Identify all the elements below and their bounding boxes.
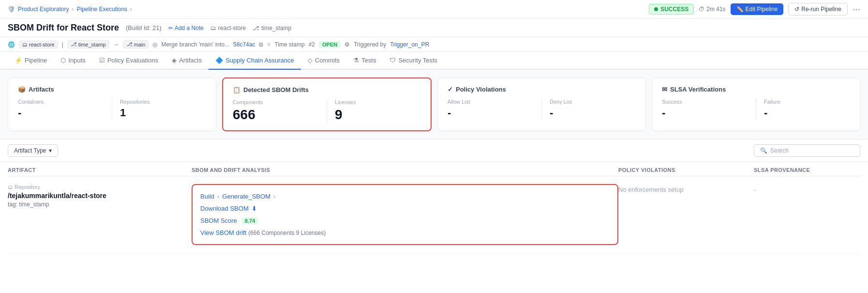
open-badge: OPEN: [319, 41, 341, 48]
link-chevron: ›: [217, 193, 219, 200]
pencil-icon: ✏: [168, 25, 173, 31]
branch-icon: ⎇: [253, 25, 259, 31]
artifact-cell: 🗂 Repository /tejakummarikuntla/react-st…: [8, 184, 192, 208]
col-sbom: SBOM AND DRIFT ANALYSIS: [192, 167, 618, 173]
tab-commits[interactable]: ◇ Commits: [301, 52, 346, 70]
rerun-pipeline-button[interactable]: ↺ Re-run Pipeline: [788, 3, 848, 15]
status-dot: [654, 7, 658, 11]
merge-connector-icon: ◎: [152, 41, 157, 48]
table-area: ARTIFACT SBOM AND DRIFT ANALYSIS POLICY …: [0, 162, 868, 261]
commits-icon: ◇: [308, 57, 313, 64]
summary-cards: 📦 Artifacts Containers - Repositories 1 …: [0, 70, 868, 139]
slsa-verifications-card: ✉ SLSA Verifications Success - Failure -: [652, 77, 860, 131]
slsa-title: ✉ SLSA Verifications: [662, 86, 850, 93]
tab-pipeline[interactable]: ⚡ Pipeline: [8, 52, 54, 70]
inputs-icon: ⬡: [60, 57, 66, 64]
tab-supply-chain-label: Supply Chain Assurance: [225, 57, 294, 64]
repo-icon: 🗂: [210, 25, 216, 31]
timestamp-meta: ⎇ time_stamp: [253, 25, 291, 31]
artifacts-metrics: Containers - Repositories 1: [18, 99, 206, 119]
status-badge: SUCCESS: [649, 4, 694, 15]
copy-icon: ⧉: [259, 41, 263, 48]
slsa-cell: -: [754, 184, 860, 193]
time-value: 2m 41s: [706, 6, 725, 13]
repo-cell-icon: 🗂: [8, 184, 13, 190]
branch-to-icon: ⎇: [126, 41, 133, 47]
nav-tabs: ⚡ Pipeline ⬡ Inputs ☑ Policy Evaluations…: [0, 52, 868, 70]
table-header: ARTIFACT SBOM AND DRIFT ANALYSIS POLICY …: [8, 162, 860, 176]
policy-violations-title: ✓ Policy Violations: [448, 86, 636, 93]
trigger-link[interactable]: Trigger_on_PR: [390, 41, 429, 48]
pipeline-icon: ⚡: [15, 57, 22, 64]
more-options-icon[interactable]: ⋯: [853, 5, 860, 14]
repo-tag: 🗂 react-store: [19, 41, 58, 48]
slsa-metrics: Success - Failure -: [662, 99, 850, 119]
slsa-failure-metric: Failure -: [764, 99, 850, 119]
slsa-icon: ✉: [662, 86, 667, 93]
commit-link[interactable]: 58c74ac: [233, 41, 255, 48]
search-box[interactable]: 🔍 Search: [754, 144, 860, 157]
sbom-score-row: SBOM Score 8.74: [200, 217, 610, 224]
col-slsa: SLSA PROVENANCE: [754, 167, 860, 173]
download-sbom-row: Download SBOM ⬇: [200, 205, 610, 212]
artifact-tag: tag: time_stamp: [8, 201, 192, 208]
deny-list-metric: Deny List -: [550, 99, 636, 119]
branch-bar: 🌐 🗂 react-store | ⎇ time_stamp → ⎇ main …: [0, 37, 868, 52]
security-icon: 🛡: [389, 57, 396, 64]
breadcrumb: 🛡️ Product Exploratory › Pipeline Execut…: [8, 6, 132, 13]
breadcrumb-sep1: ›: [72, 6, 74, 13]
slsa-success-metric: Success -: [662, 99, 756, 119]
tab-policy-evaluations[interactable]: ☑ Policy Evaluations: [92, 52, 165, 70]
filter-bar: Artifact Type ▾ 🔍 Search: [0, 139, 868, 162]
tab-tests-label: Tests: [361, 57, 376, 64]
tab-commits-label: Commits: [315, 57, 340, 64]
branch-from-icon: ⎇: [71, 41, 77, 47]
repo-tag-icon: 🗂: [22, 42, 28, 47]
tab-artifacts[interactable]: ◈ Artifacts: [165, 52, 209, 70]
table-row: 🗂 Repository /tejakummarikuntla/react-st…: [8, 176, 860, 253]
view-sbom-drift-link[interactable]: View SBOM drift: [200, 229, 246, 236]
artifact-type-label: 🗂 Repository: [8, 184, 192, 190]
view-sbom-drift-row: View SBOM drift (666 Components 9 Licens…: [200, 229, 610, 236]
tab-security-tests[interactable]: 🛡 Security Tests: [383, 52, 444, 70]
policy-violations-metrics: Allow List - Deny List -: [448, 99, 636, 119]
containers-metric: Containers -: [18, 99, 112, 119]
tab-pipeline-label: Pipeline: [25, 57, 47, 64]
col-policy: POLICY VIOLATIONS: [618, 167, 754, 173]
artifacts-icon: ◈: [172, 57, 177, 64]
breadcrumb-pipeline[interactable]: Pipeline Executions: [76, 6, 127, 13]
tab-policy-label: Policy Evaluations: [107, 57, 159, 64]
generate-sbom-link[interactable]: Generate_SBOM: [222, 193, 270, 200]
build-link[interactable]: Build: [200, 193, 214, 200]
edit-pipeline-button[interactable]: ✏️ Edit Pipeline: [731, 3, 784, 15]
sbom-score-badge: 8.74: [242, 217, 258, 224]
tab-artifacts-label: Artifacts: [179, 57, 202, 64]
tab-inputs-label: Inputs: [68, 57, 85, 64]
artifacts-card-icon: 📦: [18, 86, 26, 93]
to-branch-tag: ⎇ main: [123, 40, 149, 48]
edit-icon: ✏️: [736, 6, 744, 13]
sbom-drifts-title: 📋 Detected SBOM Drifts: [233, 86, 421, 93]
breadcrumb-product[interactable]: Product Exploratory: [18, 6, 69, 13]
tab-supply-chain[interactable]: 🔷 Supply Chain Assurance: [209, 52, 301, 70]
top-bar-actions: SUCCESS ⏱ 2m 41s ✏️ Edit Pipeline ↺ Re-r…: [649, 3, 860, 15]
tab-security-tests-label: Security Tests: [398, 57, 437, 64]
artifacts-card: 📦 Artifacts Containers - Repositories 1: [8, 77, 216, 131]
arrow: →: [113, 41, 119, 48]
breadcrumb-sep2: ›: [130, 6, 132, 13]
drift-detail: (666 Components 9 Licenses): [248, 230, 326, 236]
policy-violations-icon: ✓: [448, 86, 453, 93]
sbom-drifts-metrics: Components 666 Licenses 9: [233, 99, 421, 123]
col-artifact: ARTIFACT: [8, 167, 192, 173]
add-note-link[interactable]: ✏ Add a Note: [168, 25, 204, 31]
chevron-down-icon: ▾: [49, 147, 52, 154]
globe-icon: 🌐: [8, 41, 15, 48]
sbom-score-link[interactable]: SBOM Score: [200, 217, 237, 224]
licenses-metric: Licenses 9: [335, 99, 421, 123]
artifact-type-filter[interactable]: Artifact Type ▾: [8, 144, 58, 157]
download-sbom-link[interactable]: Download SBOM: [200, 205, 249, 212]
no-enforcements-text: No enforcements setup: [618, 184, 754, 193]
slsa-dash: -: [754, 184, 860, 193]
tab-tests[interactable]: ⚗ Tests: [346, 52, 383, 70]
tab-inputs[interactable]: ⬡ Inputs: [54, 52, 92, 70]
